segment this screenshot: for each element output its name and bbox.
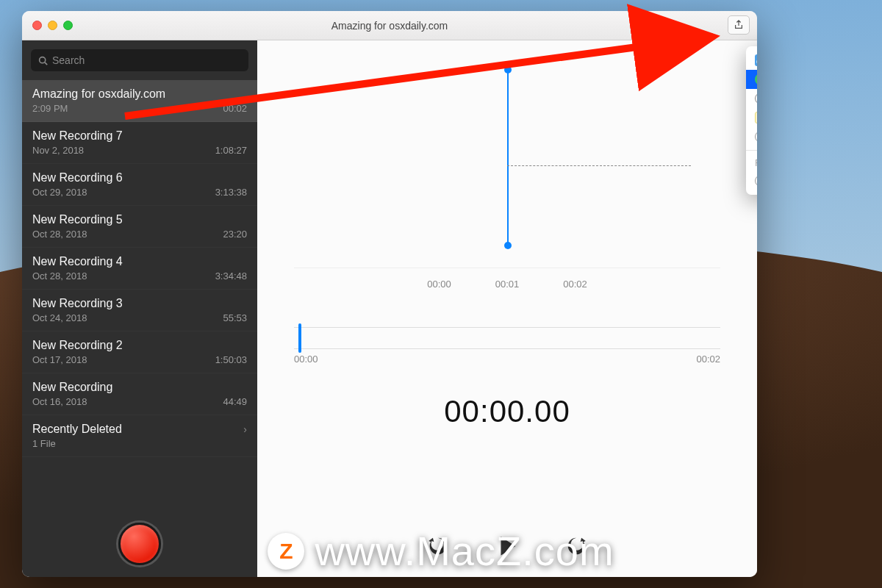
mail-icon: @ xyxy=(755,54,757,66)
record-button[interactable] xyxy=(118,523,161,565)
notes-icon xyxy=(755,112,757,123)
recording-duration: 3:34:48 xyxy=(215,270,247,282)
recording-date: Oct 17, 2018 xyxy=(32,354,87,365)
search-icon xyxy=(38,56,48,65)
bubble-icon xyxy=(755,175,757,187)
axis-end: 00:02 xyxy=(696,354,720,365)
recording-date: Oct 24, 2018 xyxy=(32,312,87,323)
axis-tick: 00:02 xyxy=(563,279,587,290)
more-icon: ··· xyxy=(755,131,757,143)
list-item[interactable]: New Recording 3Oct 24, 201855:53 xyxy=(22,290,257,331)
recording-name: New Recording 2 xyxy=(32,339,123,352)
waveform-overview[interactable]: 00:00 00:02 xyxy=(294,327,720,365)
waveform-zoom[interactable]: 00:0000:0100:02 xyxy=(294,62,720,268)
titlebar[interactable]: Amazing for osxdaily.com xyxy=(22,11,757,40)
voice-memos-window: Amazing for osxdaily.com Search Amazing … xyxy=(22,11,757,577)
share-menu-item-mail[interactable]: @Mail xyxy=(746,51,757,70)
axis-start: 00:00 xyxy=(294,354,318,365)
deleted-count: 1 File xyxy=(32,438,56,449)
list-item[interactable]: Amazing for osxdaily.com2:09 PM00:02 xyxy=(22,80,257,122)
list-item[interactable]: New Recording 4Oct 28, 20183:34:48 xyxy=(22,248,257,290)
recording-name: Amazing for osxdaily.com xyxy=(32,87,165,101)
search-placeholder: Search xyxy=(52,54,85,66)
recording-date: Oct 16, 2018 xyxy=(32,396,87,407)
recently-deleted[interactable]: Recently Deleted›1 File xyxy=(22,415,257,457)
air-icon xyxy=(755,93,757,104)
play-button[interactable] xyxy=(495,534,520,559)
recording-duration: 44:49 xyxy=(223,396,247,407)
share-icon xyxy=(734,20,744,30)
recording-date: Nov 2, 2018 xyxy=(32,145,84,156)
recording-date: 2:09 PM xyxy=(32,103,68,114)
sidebar: Search Amazing for osxdaily.com2:09 PM00… xyxy=(22,40,257,577)
share-menu-item-notes[interactable]: Notes xyxy=(746,108,757,127)
recording-date: Oct 28, 2018 xyxy=(32,229,87,240)
recording-duration: 23:20 xyxy=(223,229,247,240)
share-menu-item-airdrop[interactable]: AirDrop xyxy=(746,89,757,108)
recording-duration: 1:50:03 xyxy=(215,354,247,365)
share-menu-item-more[interactable]: ···More… xyxy=(746,127,757,146)
recording-duration: 00:02 xyxy=(223,103,247,114)
msg-icon xyxy=(755,74,757,85)
share-button[interactable] xyxy=(728,15,750,35)
recently-deleted-label: Recently Deleted xyxy=(32,423,122,436)
recording-name: New Recording 6 xyxy=(32,171,123,184)
recording-name: New Recording 3 xyxy=(32,297,123,310)
overview-cursor[interactable] xyxy=(298,323,301,353)
list-item[interactable]: New Recording 2Oct 17, 20181:50:03 xyxy=(22,331,257,373)
recording-name: New Recording 4 xyxy=(32,255,123,268)
current-time: 00:00.00 xyxy=(294,394,720,429)
recording-duration: 55:53 xyxy=(223,312,247,323)
share-menu: @MailMessagesAirDropNotes···More…Recents… xyxy=(746,46,757,195)
recording-duration: 1:08:27 xyxy=(215,145,247,156)
chevron-right-icon: › xyxy=(243,423,247,435)
list-item[interactable]: New RecordingOct 16, 201844:49 xyxy=(22,373,257,415)
recording-name: New Recording 7 xyxy=(32,129,123,143)
search-input[interactable]: Search xyxy=(31,49,248,71)
recording-date: Oct 28, 2018 xyxy=(32,270,87,282)
playhead[interactable] xyxy=(507,70,509,245)
recording-duration: 3:13:38 xyxy=(215,187,247,198)
recording-name: New Recording 5 xyxy=(32,213,123,226)
recording-name: New Recording xyxy=(32,381,112,394)
waveform-ticks xyxy=(507,165,691,167)
axis-tick: 00:01 xyxy=(495,279,520,290)
time-axis-top: 00:0000:0100:02 xyxy=(294,279,720,290)
share-menu-item-messages[interactable]: Messages xyxy=(746,70,757,89)
main-panel: 00:0000:0100:02 00:00 00:02 00:00.00 xyxy=(257,40,757,577)
recording-date: Oct 29, 2018 xyxy=(32,187,87,198)
recents-header: Recents xyxy=(746,154,757,171)
time-axis-bottom: 00:00 00:02 xyxy=(294,354,720,365)
list-item[interactable]: New Recording 5Oct 28, 201823:20 xyxy=(22,206,257,248)
list-item[interactable]: New Recording 7Nov 2, 20181:08:27 xyxy=(22,122,257,164)
rewind-15-button[interactable] xyxy=(426,534,451,559)
playback-controls xyxy=(294,534,720,559)
recording-list: Amazing for osxdaily.com2:09 PM00:02New … xyxy=(22,80,257,511)
share-recent-item[interactable]: Messages xyxy=(746,171,757,190)
menu-separator xyxy=(746,150,757,151)
forward-15-button[interactable] xyxy=(564,534,589,559)
record-footer xyxy=(22,511,257,577)
window-title: Amazing for osxdaily.com xyxy=(22,20,757,32)
svg-point-0 xyxy=(40,57,46,62)
list-item[interactable]: New Recording 6Oct 29, 20183:13:38 xyxy=(22,164,257,206)
axis-tick: 00:00 xyxy=(427,279,451,290)
